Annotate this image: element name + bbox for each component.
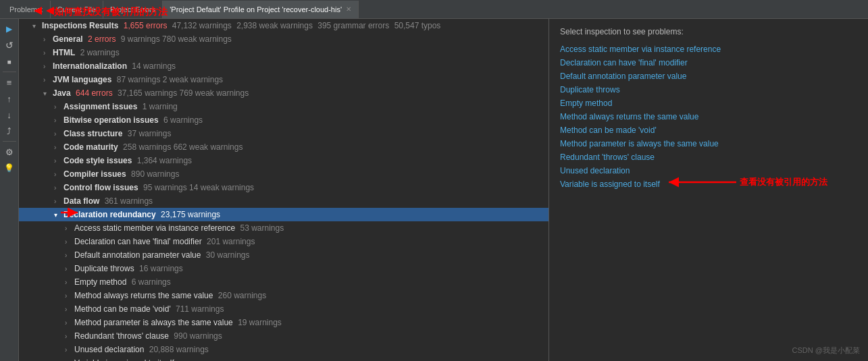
tree-bitwise[interactable]: › Bitwise operation issues 6 warnings: [19, 113, 548, 127]
tree-code-style[interactable]: › Code style issues 1,364 warnings: [19, 154, 548, 167]
tree-assignment[interactable]: › Assignment issues 1 warning: [19, 100, 548, 113]
tree-control-flow[interactable]: › Control flow issues 95 warnings 14 wea…: [19, 181, 548, 194]
tree-method-void[interactable]: › Method can be made 'void' 711 warnings: [19, 302, 548, 316]
class-structure-arrow-icon: ›: [54, 130, 63, 138]
jvm-arrow-icon: ›: [43, 76, 53, 84]
java-arrow-icon: ▾: [43, 90, 53, 97]
main-layout: ▶ ↺ ■ ≡ ↑ ↓ ⤴ ⚙ 💡 ▾ Inspections Results …: [0, 19, 868, 361]
method-returns-arrow-icon: ›: [65, 292, 74, 300]
unused-decl-arrow-icon: ›: [65, 346, 74, 354]
tree-duplicate-throws[interactable]: › Duplicate throws 16 warnings: [19, 262, 548, 275]
link-empty-method[interactable]: Empty method: [560, 99, 857, 108]
tab-bar: Problems: Current File Project Errors 'P…: [0, 0, 868, 19]
decl-redundancy-arrow-icon: ▾: [54, 211, 63, 219]
tree-html[interactable]: › HTML 2 warnings: [19, 46, 548, 59]
link-method-param-same[interactable]: Method parameter is always the same valu…: [560, 139, 857, 148]
link-default-annotation[interactable]: Default annotation parameter value: [560, 72, 857, 81]
link-method-always-returns[interactable]: Method always returns the same value: [560, 112, 857, 121]
tab-problems[interactable]: Problems:: [3, 1, 51, 18]
link-method-void[interactable]: Method can be made 'void': [560, 126, 857, 135]
tree-root[interactable]: ▾ Inspections Results 1,655 errors 47,13…: [19, 19, 548, 32]
right-panel-title: Select inspection to see problems:: [560, 27, 857, 36]
watermark: CSDN @我是小配菜: [792, 345, 860, 356]
method-void-arrow-icon: ›: [65, 306, 74, 313]
tree-code-maturity[interactable]: › Code maturity 258 warnings 662 weak wa…: [19, 140, 548, 154]
tree-general[interactable]: › General 2 errors 9 warnings 780 weak w…: [19, 32, 548, 46]
tree-default-annotation[interactable]: › Default annotation parameter value 30 …: [19, 248, 548, 262]
access-static-arrow-icon: ›: [65, 225, 74, 232]
method-param-arrow-icon: ›: [65, 319, 74, 327]
duplicate-throws-arrow-icon: ›: [65, 265, 74, 273]
tree-compiler[interactable]: › Compiler issues 890 warnings: [19, 167, 548, 181]
link-variable-assigned[interactable]: Variable is assigned to itself: [560, 179, 857, 189]
stop-button[interactable]: ■: [2, 54, 17, 69]
tree-data-flow[interactable]: › Data flow 361 warnings: [19, 194, 548, 208]
separator-1: [3, 72, 16, 72]
tree-java[interactable]: ▾ Java 644 errors 37,165 warnings 769 we…: [19, 86, 548, 100]
html-arrow-icon: ›: [43, 49, 53, 57]
link-redundant-throws[interactable]: Redundant 'throws' clause: [560, 152, 857, 162]
tree-variable-assigned[interactable]: › Variable is assigned to itself: [19, 356, 548, 361]
control-flow-arrow-icon: ›: [54, 184, 63, 192]
compiler-arrow-icon: ›: [54, 171, 63, 178]
link-final-modifier[interactable]: Declaration can have 'final' modifier: [560, 58, 857, 67]
run-button[interactable]: ▶: [2, 22, 17, 36]
left-toolbar: ▶ ↺ ■ ≡ ↑ ↓ ⤴ ⚙ 💡: [0, 19, 19, 361]
i18n-arrow-icon: ›: [43, 63, 53, 70]
tree-redundant-throws[interactable]: › Redundant 'throws' clause 990 warnings: [19, 329, 548, 343]
data-flow-arrow-icon: ›: [54, 198, 63, 205]
empty-method-arrow-icon: ›: [65, 279, 74, 286]
code-maturity-arrow-icon: ›: [54, 144, 63, 151]
settings-button[interactable]: ⚙: [2, 144, 17, 159]
export-button[interactable]: ⤴: [2, 123, 17, 138]
expand-button[interactable]: ↑: [2, 91, 17, 106]
tab-project-errors[interactable]: Project Errors: [103, 1, 163, 18]
assignment-arrow-icon: ›: [54, 103, 63, 111]
tree-method-param-same[interactable]: › Method parameter is always the same va…: [19, 316, 548, 329]
general-arrow-icon: ›: [43, 36, 53, 43]
link-duplicate-throws[interactable]: Duplicate throws: [560, 85, 857, 94]
final-modifier-arrow-icon: ›: [65, 238, 74, 246]
rerun-button[interactable]: ↺: [2, 38, 17, 53]
default-annotation-arrow-icon: ›: [65, 252, 74, 259]
root-arrow-icon: ▾: [32, 22, 42, 30]
separator-2: [3, 141, 16, 142]
tree-final-modifier[interactable]: › Declaration can have 'final' modifier …: [19, 235, 548, 248]
tree-i18n[interactable]: › Internationalization 14 warnings: [19, 59, 548, 73]
tree-jvm[interactable]: › JVM languages 87 warnings 2 weak warni…: [19, 73, 548, 86]
tree-panel[interactable]: ▾ Inspections Results 1,655 errors 47,13…: [19, 19, 549, 361]
tab-current-file[interactable]: Current File: [51, 1, 103, 18]
link-access-static[interactable]: Access static member via instance refere…: [560, 45, 857, 54]
bitwise-arrow-icon: ›: [54, 117, 63, 124]
tree-class-structure[interactable]: › Class structure 37 warnings: [19, 127, 548, 140]
filter-button[interactable]: ≡: [2, 75, 17, 90]
tab-close-icon[interactable]: ✕: [346, 5, 351, 13]
redundant-throws-arrow-icon: ›: [65, 333, 74, 340]
tree-unused-declaration[interactable]: › Unused declaration 20,888 warnings: [19, 343, 548, 356]
tree-method-always-returns[interactable]: › Method always returns the same value 2…: [19, 289, 548, 302]
tab-profile[interactable]: 'Project Default' Profile on Project 're…: [163, 1, 359, 18]
tree-empty-method[interactable]: › Empty method 6 warnings: [19, 275, 548, 289]
tree-declaration-redundancy[interactable]: ▾ Declaration redundancy 23,175 warnings: [19, 208, 548, 221]
collapse-button[interactable]: ↓: [2, 107, 17, 122]
lightbulb-button[interactable]: 💡: [2, 161, 17, 175]
tree-access-static[interactable]: › Access static member via instance refe…: [19, 221, 548, 235]
link-unused-declaration[interactable]: Unused declaration: [560, 166, 857, 175]
right-panel: Select inspection to see problems: Acces…: [549, 19, 868, 361]
code-style-arrow-icon: ›: [54, 157, 63, 165]
